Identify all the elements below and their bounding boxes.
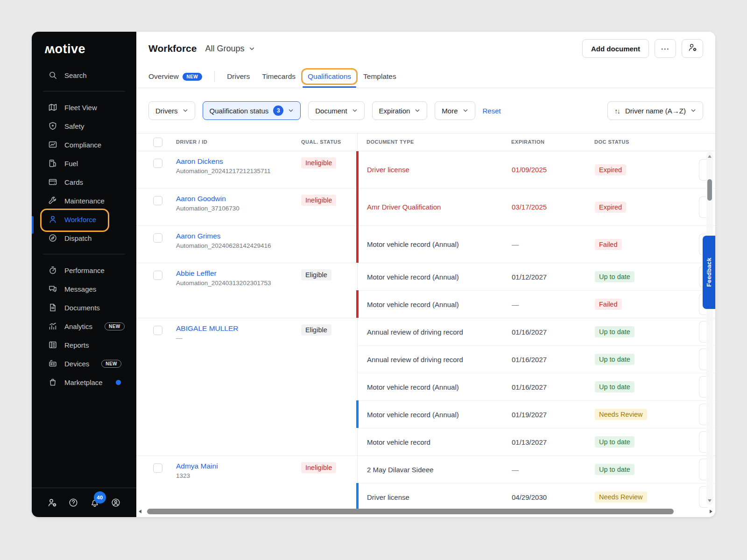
- document-row[interactable]: Driver license 01/09/2025 Expired: [358, 151, 715, 188]
- sidebar-item-messages[interactable]: Messages: [32, 280, 136, 298]
- new-badge: NEW: [183, 73, 203, 81]
- document-row[interactable]: Annual review of driving record 01/16/20…: [358, 318, 715, 345]
- document-row[interactable]: Driver license 04/29/2030 Needs Review: [358, 483, 715, 511]
- document-row[interactable]: Motor vehicle record (Annual) — Failed: [358, 290, 715, 318]
- row-checkbox[interactable]: [153, 159, 162, 168]
- scroll-right-arrow[interactable]: [710, 510, 712, 513]
- expiration-date: 01/09/2025: [512, 166, 595, 174]
- sidebar-item-safety[interactable]: Safety: [32, 117, 136, 135]
- drivers-filter-button[interactable]: Drivers: [148, 101, 195, 120]
- tab-drivers[interactable]: Drivers: [227, 72, 250, 81]
- user-settings-icon[interactable]: [48, 498, 57, 507]
- horizontal-scrollbar-thumb[interactable]: [147, 509, 674, 514]
- bell-icon[interactable]: 40: [90, 498, 99, 507]
- vertical-scrollbar-thumb[interactable]: [707, 179, 712, 201]
- driver-id: —: [176, 335, 239, 342]
- doc-rows: Motor vehicle record (Annual) 01/12/2027…: [357, 263, 715, 318]
- sidebar-item-performance[interactable]: Performance: [32, 261, 136, 280]
- scroll-left-arrow[interactable]: [139, 510, 141, 513]
- driver-name[interactable]: Admya Maini: [176, 462, 218, 470]
- doc-status-badge: Expired: [595, 164, 626, 175]
- qualification-status-filter-button[interactable]: Qualification status 3: [203, 101, 301, 120]
- scroll-down-arrow[interactable]: [708, 499, 712, 502]
- document-row[interactable]: Annual review of driving record 01/16/20…: [358, 345, 715, 373]
- account-icon[interactable]: [111, 498, 120, 507]
- document-row[interactable]: Amr Driver Qualification 03/17/2025 Expi…: [358, 189, 715, 225]
- document-row[interactable]: Motor vehicle record (Annual) — Failed: [358, 226, 715, 263]
- sidebar-item-reports[interactable]: Reports: [32, 336, 136, 354]
- table-row[interactable]: Admya Maini 1323 Ineligible 2 May Dilava…: [136, 456, 715, 511]
- sidebar: ʍotive Search Fleet ViewSafetyCompliance…: [32, 32, 136, 517]
- document-row[interactable]: Motor vehicle record (Annual) 01/19/2027…: [358, 400, 715, 428]
- tabs-row: Overview NEW Drivers Timecards Qualifica…: [136, 65, 715, 88]
- sidebar-item-workforce[interactable]: Workforce: [32, 210, 136, 229]
- document-row[interactable]: 2 May Dilavar Sideee — Up to date: [358, 456, 715, 483]
- sidebar-item-search[interactable]: Search: [32, 66, 136, 84]
- sidebar-item-label: Search: [64, 71, 87, 79]
- row-checkbox[interactable]: [153, 326, 162, 335]
- sidebar-item-maintenance[interactable]: Maintenance: [32, 191, 136, 210]
- select-all-checkbox[interactable]: [153, 138, 162, 147]
- driver-settings-button[interactable]: [682, 39, 703, 58]
- document-type: Driver license: [367, 493, 512, 501]
- row-checkbox[interactable]: [153, 463, 162, 473]
- row-checkbox[interactable]: [153, 196, 162, 205]
- sidebar-divider: [43, 254, 125, 254]
- group-selector[interactable]: All Groups: [205, 44, 254, 54]
- sidebar-item-dispatch[interactable]: Dispatch: [32, 229, 136, 247]
- driver-name[interactable]: Aaron Grimes: [176, 232, 271, 240]
- map-icon: [49, 103, 57, 112]
- row-checkbox[interactable]: [153, 271, 162, 280]
- tab-timecards[interactable]: Timecards: [262, 72, 296, 81]
- feedback-tab[interactable]: Feedback: [703, 236, 715, 309]
- sidebar-item-marketplace[interactable]: Marketplace: [32, 373, 136, 392]
- qual-status-badge: Eligible: [301, 269, 331, 280]
- driver-name[interactable]: Aaron Dickens: [176, 157, 270, 166]
- sidebar-item-fleet-view[interactable]: Fleet View: [32, 98, 136, 117]
- document-filter-button[interactable]: Document: [308, 101, 364, 120]
- tab-overview[interactable]: Overview NEW: [148, 72, 202, 81]
- table-row[interactable]: Aaron Goodwin Automation_37106730 Inelig…: [136, 189, 715, 226]
- chat-icon: [49, 285, 57, 293]
- expiration-date: 01/13/2027: [512, 438, 595, 446]
- table-row[interactable]: Aaron Grimes Automation_2024062814242941…: [136, 226, 715, 263]
- add-document-button[interactable]: Add document: [582, 39, 649, 58]
- expiration-filter-button[interactable]: Expiration: [372, 101, 428, 120]
- doc-rows: Annual review of driving record 01/16/20…: [357, 318, 715, 455]
- qual-status-badge: Ineligible: [301, 157, 336, 168]
- sidebar-item-devices[interactable]: DevicesNEW: [32, 354, 136, 373]
- document-row[interactable]: Motor vehicle record 01/13/2027 Up to da…: [358, 428, 715, 455]
- sidebar-item-documents[interactable]: Documents: [32, 298, 136, 317]
- table-row[interactable]: Aaron Dickens Automation_202412172121357…: [136, 151, 715, 189]
- stopwatch-icon: [49, 266, 57, 274]
- table-row[interactable]: ABIGALE MULLER — Eligible Annual review …: [136, 318, 715, 456]
- tab-templates[interactable]: Templates: [363, 72, 396, 81]
- sidebar-item-label: Safety: [64, 122, 85, 130]
- doc-status-badge: Failed: [595, 299, 622, 310]
- driver-id: Automation_20241217212135711: [176, 168, 270, 175]
- row-checkbox[interactable]: [153, 233, 162, 243]
- doc-status-badge: Expired: [595, 202, 626, 213]
- document-row[interactable]: Motor vehicle record (Annual) 01/16/2027…: [358, 373, 715, 400]
- horizontal-scrollbar[interactable]: [136, 507, 715, 516]
- scroll-up-arrow[interactable]: [708, 155, 712, 158]
- more-filters-button[interactable]: More: [435, 101, 475, 120]
- compass-icon: [49, 234, 57, 242]
- sidebar-item-label: Dispatch: [64, 234, 92, 242]
- tab-qualifications[interactable]: Qualifications: [308, 72, 351, 81]
- document-row[interactable]: Motor vehicle record (Annual) 01/12/2027…: [358, 263, 715, 290]
- more-actions-button[interactable]: ⋯: [655, 39, 676, 58]
- qual-status-badge: Eligible: [301, 324, 331, 336]
- sidebar-item-analytics[interactable]: AnalyticsNEW: [32, 317, 136, 336]
- vertical-scrollbar[interactable]: [706, 152, 713, 505]
- table-row[interactable]: Abbie Leffler Automation_202403132023017…: [136, 263, 715, 318]
- driver-name[interactable]: Abbie Leffler: [176, 269, 271, 278]
- sidebar-item-compliance[interactable]: Compliance: [32, 135, 136, 154]
- sidebar-item-fuel[interactable]: Fuel: [32, 154, 136, 173]
- sort-dropdown[interactable]: ↑↓ Driver name (A→Z): [607, 101, 703, 120]
- driver-name[interactable]: ABIGALE MULLER: [176, 324, 239, 333]
- sidebar-item-cards[interactable]: Cards: [32, 173, 136, 191]
- help-icon[interactable]: [69, 498, 78, 507]
- reset-filters-link[interactable]: Reset: [483, 107, 501, 115]
- driver-name[interactable]: Aaron Goodwin: [176, 195, 240, 203]
